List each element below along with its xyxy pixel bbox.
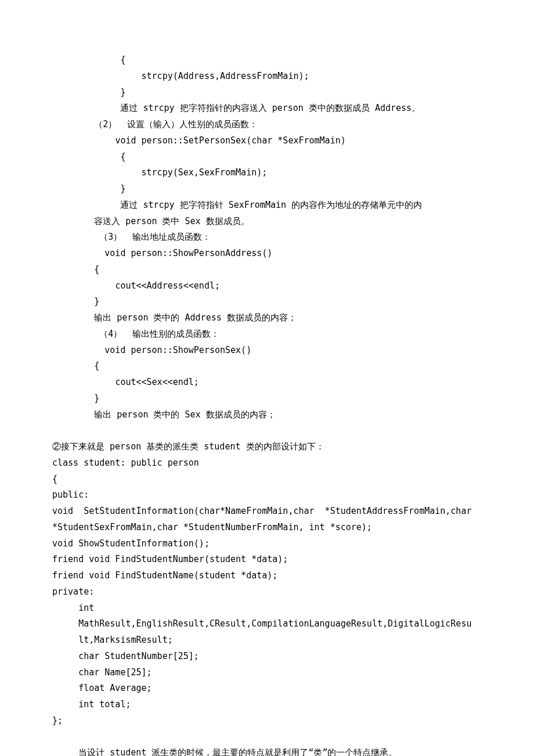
doc-line: void person::ShowPersonSex() [52,343,482,359]
doc-line: { [52,52,482,69]
doc-line: ②接下来就是 person 基类的派生类 student 类的内部设计如下： [52,439,482,455]
doc-line: 通过 strcpy 把字符指针 SexFromMain 的内容作为地址的存储单元… [52,197,482,214]
doc-line: } [52,181,482,197]
doc-line: char StudentNumber[25]; [52,649,482,665]
doc-line: }; [52,713,482,729]
doc-line: （2） 设置（输入）人性别的成员函数： [52,117,482,133]
doc-line: float Average; [52,681,482,697]
doc-line: { [52,358,482,375]
doc-line: 输出 person 类中的 Sex 数据成员的内容； [52,407,482,423]
doc-line: } [52,85,482,101]
doc-line: void ShowStudentInformation(); [52,536,482,552]
doc-line: friend void FindStudentName(student *dat… [52,568,482,584]
doc-line: public: [52,487,482,503]
doc-line: （3） 输出地址成员函数： [52,229,482,246]
doc-line: （4） 输出性别的成员函数： [52,326,482,343]
doc-line: 容送入 person 类中 Sex 数据成员。 [52,214,482,230]
doc-line: } [52,391,482,407]
doc-line: { [52,262,482,278]
doc-line: int [52,600,482,617]
doc-line: 当设计 student 派生类的时候，最主要的特点就是利用了“类”的一个特点继承… [52,745,482,756]
doc-line: 输出 person 类中的 Address 数据成员的内容； [52,310,482,326]
doc-line: void SetStudentInformation(char*NameFrom… [52,503,482,520]
doc-line: class student: public person [52,455,482,471]
doc-line [52,729,482,746]
doc-line: void person::SetPersonSex(char *SexFromM… [52,133,482,149]
doc-line [52,423,482,439]
document-body: { strcpy(Address,AddressFromMain); } 通过 … [52,52,482,756]
doc-line: char Name[25]; [52,665,482,681]
doc-line: 通过 strcpy 把字符指针的内容送入 person 类中的数据成员 Addr… [52,100,482,117]
doc-line: lt,MarksismResult; [52,632,482,649]
doc-line: MathResult,EnglishResult,CResult,Compila… [52,616,482,632]
doc-line: private: [52,584,482,600]
doc-line: int total; [52,697,482,713]
doc-line: { [52,471,482,488]
doc-line: cout<<Address<<endl; [52,278,482,294]
doc-line: *StudentSexFromMain,char *StudentNumberF… [52,520,482,536]
doc-line: strcpy(Address,AddressFromMain); [52,69,482,85]
doc-line: cout<<Sex<<endl; [52,375,482,391]
doc-line: strcpy(Sex,SexFromMain); [52,165,482,181]
doc-line: friend void FindStudentNumber(student *d… [52,552,482,568]
doc-line: void person::ShowPersonAddress() [52,246,482,262]
doc-line: { [52,149,482,165]
doc-line: } [52,294,482,310]
